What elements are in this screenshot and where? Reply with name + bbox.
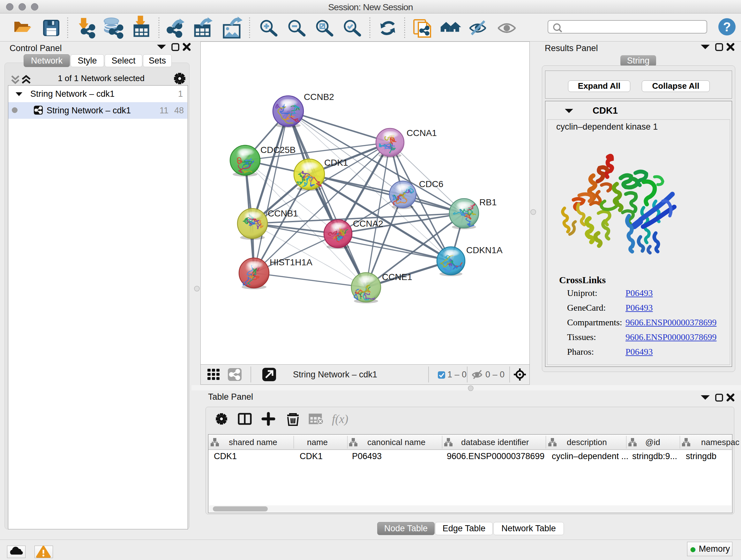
svg-text:HIST1H1A: HIST1H1A [270,257,313,267]
svg-text:CDK1: CDK1 [324,158,348,168]
svg-text:String Network – cdk1: String Network – cdk1 [293,370,377,379]
svg-text:RB1: RB1 [479,197,496,207]
svg-text:CCNB1: CCNB1 [268,208,298,219]
svg-text:CCNE1: CCNE1 [382,272,412,282]
svg-text:CDKN1A: CDKN1A [466,245,502,255]
svg-text:0 – 0: 0 – 0 [485,370,504,379]
svg-text:CCNB2: CCNB2 [304,92,334,102]
svg-text:CDC25B: CDC25B [260,145,295,155]
svg-text:CDC6: CDC6 [419,179,443,189]
svg-text:CCNA2: CCNA2 [353,219,383,229]
svg-text:CCNA1: CCNA1 [407,128,437,138]
svg-text:1 – 0: 1 – 0 [448,370,467,379]
